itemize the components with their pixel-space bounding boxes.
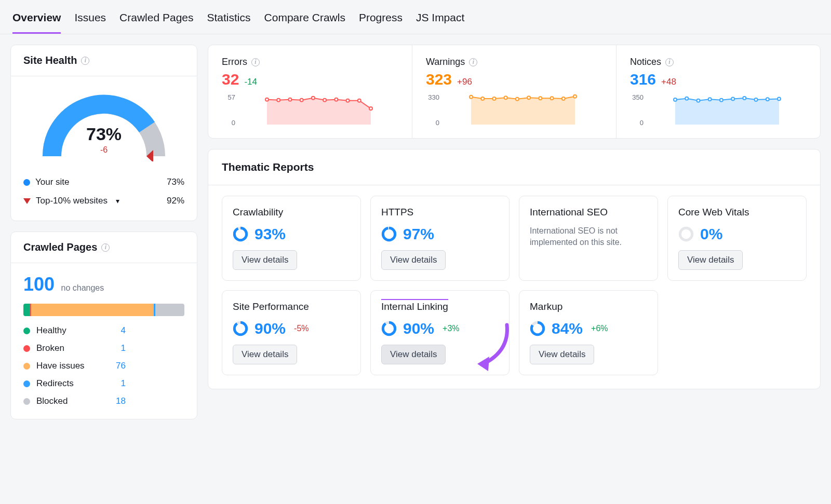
mini-chart: 570 <box>222 93 398 127</box>
crawled-note: no changes <box>61 283 104 292</box>
info-icon[interactable]: i <box>665 58 674 66</box>
report-title: HTTPS <box>381 207 499 218</box>
triangle-down-icon <box>23 198 31 204</box>
report-crawlability: Crawlability93%View details <box>222 196 361 281</box>
crawled-item[interactable]: Healthy4 <box>23 325 184 336</box>
legend-label: Your site <box>35 177 70 187</box>
crawled-item[interactable]: Redirects1 <box>23 378 184 389</box>
view-details-button[interactable]: View details <box>233 250 297 270</box>
info-icon[interactable]: i <box>81 57 89 65</box>
summary-delta: +48 <box>661 77 676 87</box>
crawled-title-text: Crawled Pages <box>23 241 97 253</box>
crawled-item-value: 1 <box>105 378 126 389</box>
report-international-seo: International SEOInternational SEO is no… <box>519 196 658 281</box>
summary-title: Warnings <box>426 57 465 67</box>
tab-issues[interactable]: Issues <box>74 11 106 34</box>
chevron-down-icon[interactable]: ▾ <box>116 197 119 205</box>
svg-point-17 <box>539 97 542 100</box>
summary-title: Errors <box>222 57 247 67</box>
svg-point-28 <box>755 98 758 101</box>
dot-icon <box>23 380 30 387</box>
svg-point-5 <box>312 97 315 100</box>
svg-point-14 <box>504 96 507 99</box>
ring-icon <box>530 321 545 336</box>
crawled-item-label: Have issues <box>36 361 99 371</box>
svg-point-10 <box>369 107 372 110</box>
info-icon[interactable]: i <box>251 58 260 66</box>
report-title: International SEO <box>530 207 647 218</box>
svg-point-9 <box>358 99 361 102</box>
report-core-web-vitals: Core Web Vitals0%View details <box>667 196 807 281</box>
legend-row: Your site73% <box>23 173 184 192</box>
crawled-pages-card: Crawled Pages i 100 no changes Healthy4B… <box>10 231 197 419</box>
crawled-item-value: 1 <box>105 343 126 353</box>
svg-point-22 <box>685 97 688 100</box>
view-details-button[interactable]: View details <box>381 250 446 270</box>
svg-point-40 <box>383 322 395 334</box>
ring-icon <box>233 321 248 336</box>
report-title: Core Web Vitals <box>678 207 796 218</box>
dot-icon <box>23 328 30 334</box>
tab-statistics[interactable]: Statistics <box>207 11 251 34</box>
crawled-item[interactable]: Blocked18 <box>23 396 184 406</box>
summary-title: Notices <box>630 57 661 67</box>
summary-errors[interactable]: Errorsi32-14570 <box>208 45 412 138</box>
crawled-item[interactable]: Have issues76 <box>23 361 184 371</box>
crawled-item-value: 18 <box>105 396 126 406</box>
svg-point-2 <box>277 99 280 102</box>
svg-point-23 <box>696 99 700 102</box>
legend-row: Top-10% websites▾92% <box>23 192 184 210</box>
crawled-item[interactable]: Broken1 <box>23 343 184 353</box>
svg-point-7 <box>334 98 338 101</box>
report-pct: 0% <box>700 225 722 243</box>
summary-notices[interactable]: Noticesi316+483500 <box>616 45 820 138</box>
tab-js-impact[interactable]: JS Impact <box>416 11 464 34</box>
crawled-list: Healthy4Broken1Have issues76Redirects1Bl… <box>23 325 184 406</box>
crawled-item-value: 76 <box>105 361 126 371</box>
report-pct: 93% <box>254 225 286 243</box>
svg-point-12 <box>481 97 484 100</box>
thematic-title: Thematic Reports <box>208 149 820 185</box>
svg-point-1 <box>265 98 269 101</box>
thematic-card: Thematic Reports Crawlability93%View det… <box>208 149 821 389</box>
ring-icon <box>678 226 694 242</box>
svg-point-8 <box>346 99 350 102</box>
site-health-legend: Your site73%Top-10% websites▾92% <box>11 168 197 221</box>
report-pct: 97% <box>403 225 434 243</box>
report-pct: 90% <box>254 320 286 337</box>
gauge-pct: 73% <box>36 124 171 144</box>
info-icon[interactable]: i <box>101 243 110 252</box>
report-title: Site Performance <box>233 301 350 312</box>
view-details-button[interactable]: View details <box>678 250 743 270</box>
legend-value: 92% <box>167 196 184 206</box>
crawled-total[interactable]: 100 <box>23 274 55 295</box>
svg-point-6 <box>323 99 326 102</box>
report-pct: 90% <box>403 320 434 337</box>
gauge: 73% -6 <box>11 76 197 168</box>
svg-point-27 <box>743 97 746 100</box>
tab-compare-crawls[interactable]: Compare Crawls <box>264 11 345 34</box>
svg-point-11 <box>470 96 473 99</box>
svg-point-15 <box>516 98 519 101</box>
ring-icon <box>381 321 397 336</box>
summary-delta: -14 <box>244 77 257 87</box>
ring-icon <box>381 226 397 242</box>
site-health-title: Site Health i <box>11 45 197 76</box>
report-site-performance: Site Performance90%-5%View details <box>222 290 361 375</box>
info-icon[interactable]: i <box>469 58 477 66</box>
view-details-button[interactable]: View details <box>233 345 297 364</box>
report-pct: 84% <box>552 320 583 337</box>
view-details-button[interactable]: View details <box>381 345 446 364</box>
summary-value: 32 <box>222 71 239 88</box>
crawled-item-label: Blocked <box>36 396 99 406</box>
report-title: Crawlability <box>233 207 350 218</box>
summary-warnings[interactable]: Warningsi323+963300 <box>412 45 616 138</box>
tab-overview[interactable]: Overview <box>12 11 61 34</box>
summary-delta: +96 <box>457 77 472 87</box>
tab-crawled-pages[interactable]: Crawled Pages <box>119 11 193 34</box>
summary-cards: Errorsi32-14570Warningsi323+963300Notice… <box>208 45 821 139</box>
view-details-button[interactable]: View details <box>530 345 594 364</box>
bar-segment <box>31 304 154 316</box>
report-title: Internal Linking <box>381 301 499 312</box>
tab-progress[interactable]: Progress <box>359 11 403 34</box>
